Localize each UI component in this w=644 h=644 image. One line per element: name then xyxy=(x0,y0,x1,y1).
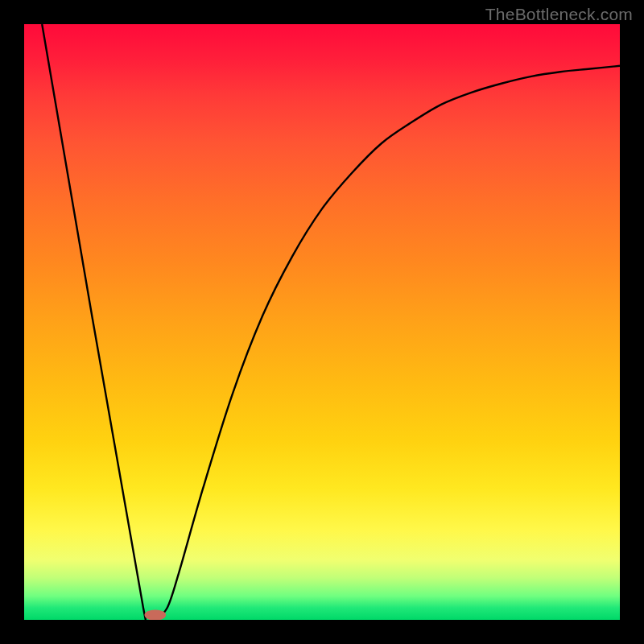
chart-frame: TheBottleneck.com xyxy=(0,0,644,644)
watermark-text: TheBottleneck.com xyxy=(485,5,633,24)
optimum-marker xyxy=(144,609,166,620)
plot-area xyxy=(24,24,620,620)
marker-layer xyxy=(24,24,620,620)
